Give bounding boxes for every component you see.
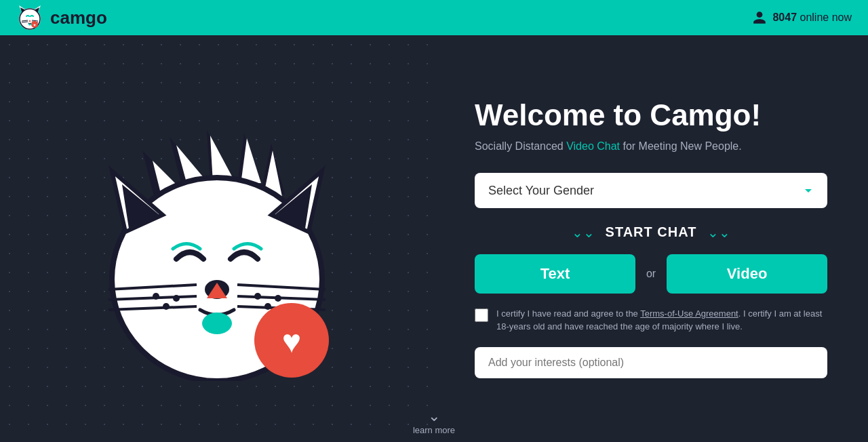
video-chat-button[interactable]: Video (667, 254, 827, 294)
or-label: or (646, 268, 656, 280)
svg-text:♥: ♥ (33, 23, 36, 27)
svg-point-38 (202, 313, 232, 334)
person-icon (752, 10, 767, 25)
chevron-right-icon: ⌄⌄ (707, 224, 730, 241)
svg-point-44 (254, 293, 261, 300)
welcome-title: Welcome to Camgo! (475, 99, 827, 132)
logo-area: ♥ camgo (16, 4, 107, 31)
start-chat-section: ⌄⌄ START CHAT ⌄⌄ (475, 224, 827, 241)
online-status: 8047 online now (752, 10, 852, 25)
header: ♥ camgo 8047 online now (0, 0, 868, 35)
chat-buttons: Text or Video (475, 254, 827, 294)
text-chat-button[interactable]: Text (475, 254, 635, 294)
terms-checkbox[interactable] (475, 308, 488, 322)
logo-icon: ♥ (16, 4, 43, 31)
svg-point-43 (173, 295, 180, 302)
terms-text: I certify I have read and agree to the T… (496, 307, 827, 334)
svg-text:♥: ♥ (282, 323, 302, 359)
gender-select[interactable]: Select Your Gender Male Female Other (475, 173, 827, 208)
chevron-left-icon: ⌄⌄ (572, 224, 595, 241)
svg-point-42 (163, 303, 170, 310)
terms-area: I certify I have read and agree to the T… (475, 307, 827, 334)
learn-more-label: learn more (413, 425, 455, 435)
learn-more-chevron-icon: ⌄ (428, 407, 440, 425)
learn-more[interactable]: ⌄ learn more (413, 407, 455, 435)
main-content: ♥ Welcome to Camgo! Socially Distanced V… (0, 35, 868, 442)
svg-point-45 (264, 303, 271, 310)
logo-text: camgo (50, 7, 107, 28)
welcome-subtitle: Socially Distanced Video Chat for Meetin… (475, 140, 827, 153)
svg-point-46 (275, 295, 281, 302)
start-chat-label: START CHAT (606, 224, 697, 240)
online-count: 8047 online now (772, 12, 852, 24)
svg-point-41 (153, 293, 159, 300)
terms-link[interactable]: Terms-of-Use Agreement (640, 308, 738, 319)
svg-point-11 (28, 24, 31, 26)
interests-input[interactable] (475, 347, 827, 378)
hero-illustration: ♥ (0, 35, 434, 442)
mascot: ♥ (88, 96, 346, 381)
hero-form: Welcome to Camgo! Socially Distanced Vid… (434, 35, 868, 442)
